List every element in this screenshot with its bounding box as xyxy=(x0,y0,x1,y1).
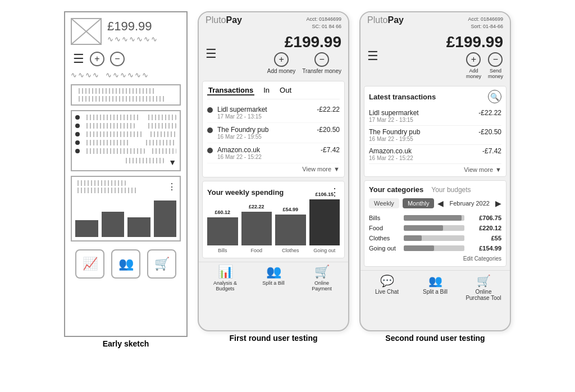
bullet-icon xyxy=(75,149,80,153)
nav-online-purchase[interactable]: 🛒 OnlinePurchase Tool xyxy=(459,274,508,301)
cat-row-goingout: Going out £154.99 xyxy=(369,243,501,253)
col3-add-money-btn[interactable]: + Addmoney xyxy=(466,52,481,79)
tx2-info: The Foundry pub 16 Mar 22 - 19:55 xyxy=(369,128,420,142)
online-purchase-icon: 🛒 xyxy=(477,274,491,288)
sketch-wavy2: ∿∿∿∿ ∿∿∿∿∿∿ xyxy=(71,71,181,80)
tx2-amount: -£20.50 xyxy=(478,128,501,136)
period-prev-icon[interactable]: ◀ xyxy=(437,199,444,208)
cat-name-food: Food xyxy=(369,225,399,231)
col3-view-more[interactable]: View more ▼ xyxy=(369,164,501,173)
cat-bar-track-goingout xyxy=(404,245,464,251)
nav-split-label: Split a Bill xyxy=(262,280,285,286)
tx2-name: Lidl supermarket xyxy=(369,109,419,117)
col2-hamburger-icon[interactable]: ☰ xyxy=(206,48,217,60)
list-item xyxy=(75,148,176,154)
nav-online-payment[interactable]: 🛒 OnlinePayment xyxy=(298,266,346,291)
col3-categories-section: Your categories Your budgets Weekly Mont… xyxy=(364,180,506,267)
col3-balance-row: ☰ £199.99 + Addmoney − Sendmoney xyxy=(360,32,510,83)
col3-phone: PlutoPay Acct: 01846699 Sort: 01-84-66 ☰… xyxy=(359,11,511,331)
nav-payment-label: OnlinePayment xyxy=(312,280,332,291)
monthly-btn[interactable]: Monthly xyxy=(403,198,435,208)
view-more-arrow-icon: ▼ xyxy=(334,166,340,172)
col2-tabs: Transactions In Out xyxy=(207,86,340,99)
split-bill3-icon: 👥 xyxy=(428,274,442,288)
col3-label: Second round user testing xyxy=(373,334,497,343)
sketch-balance: £199.99 xyxy=(107,19,158,34)
chart-title: Your weekly spending xyxy=(207,188,284,197)
edit-categories-btn[interactable]: Edit Categories xyxy=(369,256,501,262)
nav-live-chat[interactable]: 💬 Live Chat xyxy=(363,274,411,301)
list-item xyxy=(75,131,176,137)
cat-row-bills: Bills £706.75 xyxy=(369,213,501,223)
col3-send-icon: − xyxy=(488,52,503,67)
col3-column: PlutoPay Acct: 01846699 Sort: 01-84-66 ☰… xyxy=(359,11,511,343)
cat-bar-track-bills xyxy=(404,215,464,221)
bar-value-bills: £60.12 xyxy=(215,209,230,215)
col2-view-more[interactable]: View more ▼ xyxy=(207,163,340,172)
col2-add-label: Add money xyxy=(267,68,296,74)
nav-split-bill[interactable]: 👥 Split a Bill xyxy=(249,266,298,291)
sketch-footer-users[interactable]: 👥 xyxy=(111,249,140,279)
sketch-textbox xyxy=(71,84,181,106)
period-next-icon[interactable]: ▶ xyxy=(495,199,501,208)
col2-phone: PlutoPay Acct: 01846699 SC: 01 84 66 ☰ £… xyxy=(198,11,349,331)
tx-bullet-icon xyxy=(207,148,213,153)
bar-group-goingout: £106.15 Going out xyxy=(309,192,340,253)
bar-food xyxy=(102,212,125,237)
tx2-amount: -£7.42 xyxy=(482,147,501,155)
sketch-footer-cart[interactable]: 🛒 xyxy=(147,249,176,279)
tx-date: 16 Mar 22 - 15:22 xyxy=(217,154,316,160)
tab-transactions[interactable]: Transactions xyxy=(207,86,254,95)
nav-split-bill3[interactable]: 👥 Split a Bill xyxy=(411,274,459,301)
sketch-footer-analysis[interactable]: 📈 xyxy=(75,249,104,279)
tab-out[interactable]: Out xyxy=(279,86,293,95)
sketch-chart: ⋮ xyxy=(71,176,181,241)
col2-add-money-btn[interactable]: + Add money xyxy=(267,52,296,74)
cat-row-food: Food £220.12 xyxy=(369,223,501,233)
list-item xyxy=(75,115,176,120)
col3-hamburger-icon[interactable]: ☰ xyxy=(367,50,378,62)
sketch-hamburger-icon[interactable]: ☰ xyxy=(73,52,84,66)
col2-transfer-btn[interactable]: − Transfer money xyxy=(302,52,341,74)
tx-name: Amazon.co.uk xyxy=(217,146,316,154)
budgets-tab[interactable]: Your budgets xyxy=(431,186,471,194)
col2-bottom-nav: 📊 Analysis &Budgets 👥 Split a Bill 🛒 Onl… xyxy=(199,262,348,295)
bar-food xyxy=(241,212,272,245)
tx2-name: The Foundry pub xyxy=(369,128,420,136)
tx-name: Lidl supermarket xyxy=(217,106,312,113)
col2-chart-section: Your weekly spending ⋮ £60.12 Bills £22.… xyxy=(202,181,345,258)
sketch-bars xyxy=(75,198,176,237)
main-container: £199.99 ∿∿∿∿∿∿∿ ☰ + − ∿∿∿∿ ∿∿∿∿∿∿ xyxy=(6,6,569,354)
search-button[interactable]: 🔍 xyxy=(488,90,501,103)
sketch-image-placeholder xyxy=(71,18,102,45)
cat-value-clothes: £55 xyxy=(469,235,501,241)
col3-bottom-nav: 💬 Live Chat 👥 Split a Bill 🛒 OnlinePurch… xyxy=(360,270,510,304)
bar-bills xyxy=(75,220,98,237)
col3-account-number: Acct: 01846699 xyxy=(468,16,503,23)
bar-value-goingout: £106.15 xyxy=(315,192,334,197)
col2-balance-right: £199.99 + Add money − Transfer money xyxy=(267,33,341,74)
col2-top-bar: PlutoPay Acct: 01846699 SC: 01 84 66 xyxy=(199,12,348,32)
tx2-amount: -£22.22 xyxy=(478,109,501,117)
chart-menu-icon[interactable]: ⋮ xyxy=(167,181,176,192)
bullet-icon xyxy=(75,124,80,128)
dropdown-arrow-icon[interactable]: ▼ xyxy=(168,158,176,167)
sketch-minus-btn[interactable]: − xyxy=(110,52,125,66)
cat-row-clothes: Clothes £55 xyxy=(369,233,501,243)
col2-account-info: Acct: 01846699 SC: 01 84 66 xyxy=(306,16,341,30)
nav-analysis-label: Analysis &Budgets xyxy=(213,280,237,291)
nav-analysis-budgets[interactable]: 📊 Analysis &Budgets xyxy=(201,266,249,291)
bullet-icon xyxy=(75,140,80,145)
live-chat-icon: 💬 xyxy=(380,274,394,288)
col3-send-btn[interactable]: − Sendmoney xyxy=(488,52,503,79)
period-label: February 2022 xyxy=(447,200,492,207)
tx-info: Lidl supermarket 17 Mar 22 - 13:15 xyxy=(217,106,312,120)
col3-sort-code: Sort: 01-84-66 xyxy=(468,23,503,30)
bar-group-food: £22.22 Food xyxy=(241,204,272,253)
sketch-add-btn[interactable]: + xyxy=(90,52,104,66)
weekly-btn[interactable]: Weekly xyxy=(369,198,399,208)
analysis-icon: 📊 xyxy=(218,266,233,278)
col3-add-label: Addmoney xyxy=(466,68,481,79)
list-item xyxy=(75,123,176,129)
tab-in[interactable]: In xyxy=(262,86,271,95)
